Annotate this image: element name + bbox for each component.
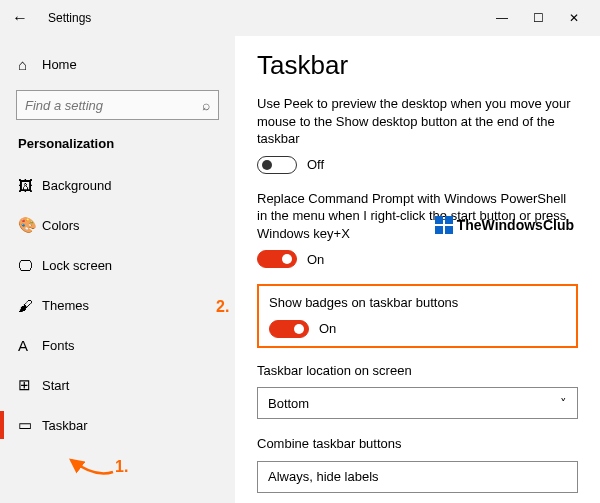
powershell-toggle[interactable] — [257, 250, 297, 268]
svg-rect-0 — [435, 216, 443, 224]
sidebar-item-lockscreen[interactable]: 🖵 Lock screen — [0, 245, 235, 285]
chevron-down-icon: ˅ — [560, 396, 567, 411]
location-label: Taskbar location on screen — [257, 362, 578, 380]
themes-icon: 🖌 — [18, 297, 42, 314]
colors-icon: 🎨 — [18, 216, 42, 234]
search-icon: ⌕ — [202, 97, 210, 113]
background-icon: 🖼 — [18, 177, 42, 194]
taskbar-icon: ▭ — [18, 416, 42, 434]
badges-label: Show badges on taskbar buttons — [269, 294, 566, 312]
badges-toggle[interactable] — [269, 320, 309, 338]
sidebar-item-label: Taskbar — [42, 418, 88, 433]
svg-rect-1 — [445, 216, 453, 224]
sidebar-item-taskbar[interactable]: ▭ Taskbar — [0, 405, 235, 445]
search-input[interactable] — [25, 98, 202, 113]
home-icon: ⌂ — [18, 56, 42, 73]
start-icon: ⊞ — [18, 376, 42, 394]
fonts-icon: A — [18, 337, 42, 354]
maximize-button[interactable]: ☐ — [520, 4, 556, 32]
svg-rect-3 — [445, 226, 453, 234]
arrow-icon — [65, 450, 120, 480]
content-pane: Taskbar Use Peek to preview the desktop … — [235, 36, 600, 503]
badges-state: On — [319, 321, 336, 336]
sidebar-item-themes[interactable]: 🖌 Themes — [0, 285, 235, 325]
watermark-text: TheWindowsClub — [457, 217, 574, 233]
sidebar-item-label: Lock screen — [42, 258, 112, 273]
svg-rect-2 — [435, 226, 443, 234]
sidebar: ⌂ Home ⌕ Personalization 🖼 Background 🎨 … — [0, 36, 235, 503]
sidebar-item-fonts[interactable]: A Fonts — [0, 325, 235, 365]
combine-select[interactable]: Always, hide labels — [257, 461, 578, 493]
back-button[interactable]: ← — [12, 9, 40, 27]
sidebar-item-label: Fonts — [42, 338, 75, 353]
page-title: Taskbar — [257, 50, 578, 81]
combine-label: Combine taskbar buttons — [257, 435, 578, 453]
sidebar-item-label: Start — [42, 378, 69, 393]
peek-state: Off — [307, 157, 324, 172]
watermark: TheWindowsClub — [435, 216, 574, 234]
callout-2: 2. — [216, 298, 229, 316]
combine-value: Always, hide labels — [268, 469, 379, 484]
location-select[interactable]: Bottom ˅ — [257, 387, 578, 419]
setting-combine: Combine taskbar buttons Always, hide lab… — [257, 435, 578, 493]
titlebar: ← Settings — ☐ ✕ — [0, 0, 600, 36]
section-header: Personalization — [0, 130, 235, 165]
search-box[interactable]: ⌕ — [16, 90, 219, 120]
sidebar-item-label: Colors — [42, 218, 80, 233]
sidebar-item-background[interactable]: 🖼 Background — [0, 165, 235, 205]
peek-label: Use Peek to preview the desktop when you… — [257, 95, 578, 148]
powershell-state: On — [307, 252, 324, 267]
lockscreen-icon: 🖵 — [18, 257, 42, 274]
setting-location: Taskbar location on screen Bottom ˅ — [257, 362, 578, 420]
window-title: Settings — [40, 11, 484, 25]
close-button[interactable]: ✕ — [556, 4, 592, 32]
sidebar-item-start[interactable]: ⊞ Start — [0, 365, 235, 405]
peek-toggle[interactable] — [257, 156, 297, 174]
sidebar-item-colors[interactable]: 🎨 Colors — [0, 205, 235, 245]
highlight-badges: Show badges on taskbar buttons On — [257, 284, 578, 348]
home-label: Home — [42, 57, 77, 72]
home-nav[interactable]: ⌂ Home — [0, 44, 235, 84]
location-value: Bottom — [268, 396, 309, 411]
sidebar-item-label: Themes — [42, 298, 89, 313]
sidebar-item-label: Background — [42, 178, 111, 193]
setting-peek: Use Peek to preview the desktop when you… — [257, 95, 578, 174]
minimize-button[interactable]: — — [484, 4, 520, 32]
